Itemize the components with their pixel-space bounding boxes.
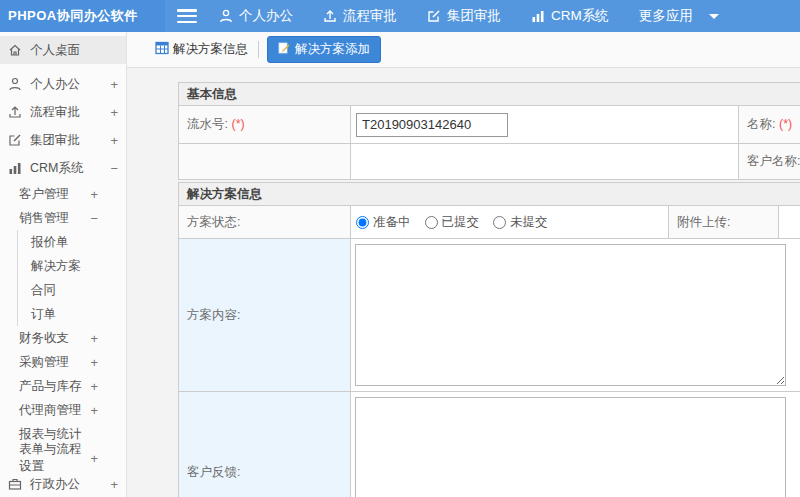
sidebar-item-label: 解决方案 bbox=[31, 258, 81, 275]
sidebar-item-label: 销售管理 bbox=[19, 210, 69, 227]
sidebar-item-contract[interactable]: 合同 bbox=[17, 278, 126, 302]
sidebar-item-desktop[interactable]: 个人桌面 bbox=[0, 36, 126, 64]
expand-icon[interactable]: + bbox=[90, 379, 98, 394]
sidebar-item-finance[interactable]: 财务收支 + bbox=[0, 326, 126, 350]
sidebar-item-label: 个人桌面 bbox=[30, 42, 80, 59]
section-title-basic: 基本信息 bbox=[179, 83, 800, 106]
nav-label: 流程审批 bbox=[343, 7, 397, 25]
nav-crm-system[interactable]: CRM系统 bbox=[531, 7, 609, 25]
sidebar-item-label: 代理商管理 bbox=[19, 402, 82, 419]
expand-icon[interactable]: + bbox=[110, 477, 118, 492]
nav-label: 个人办公 bbox=[239, 7, 293, 25]
tab-label: 解决方案信息 bbox=[173, 41, 248, 58]
radio-option-preparing[interactable]: 准备中 bbox=[356, 214, 411, 231]
tab-bar: 解决方案信息 解决方案添加 bbox=[127, 32, 800, 68]
upload-icon bbox=[323, 9, 337, 23]
sidebar-item-crm-system[interactable]: CRM系统 − bbox=[0, 154, 126, 182]
nav-more-apps[interactable]: 更多应用 bbox=[639, 7, 693, 25]
topbar: PHPOA协同办公软件 个人办公 流程审批 集团审批 bbox=[0, 0, 800, 32]
sidebar-item-customer-mgmt[interactable]: 客户管理 + bbox=[0, 182, 126, 206]
sidebar-item-order[interactable]: 订单 bbox=[17, 302, 126, 326]
expand-icon[interactable]: + bbox=[90, 451, 98, 466]
customer-name-label: 客户名称: (*) bbox=[739, 144, 800, 180]
app-window: PHPOA协同办公软件 个人办公 流程审批 集团审批 bbox=[0, 0, 800, 497]
sidebar-item-label: 表单与流程设置 bbox=[19, 441, 90, 475]
edit-square-icon bbox=[427, 9, 441, 23]
collapse-icon[interactable]: − bbox=[90, 211, 98, 226]
serial-label: 流水号: (*) bbox=[179, 106, 351, 144]
sidebar-item-label: 集团审批 bbox=[30, 132, 80, 149]
nav-personal-office[interactable]: 个人办公 bbox=[219, 7, 293, 25]
solution-content-textarea[interactable] bbox=[355, 244, 786, 386]
empty-label-cell bbox=[179, 144, 351, 180]
nav-label: CRM系统 bbox=[551, 7, 609, 25]
sidebar-item-quotation[interactable]: 报价单 bbox=[17, 230, 126, 254]
person-icon bbox=[219, 9, 233, 23]
sidebar-item-form-flow-settings[interactable]: 表单与流程设置 + bbox=[0, 446, 126, 470]
section-title-solution: 解决方案信息 bbox=[179, 183, 800, 206]
sidebar-item-group-approval[interactable]: 集团审批 + bbox=[0, 126, 126, 154]
sidebar-item-label: 合同 bbox=[31, 282, 56, 299]
person-icon bbox=[8, 77, 23, 91]
menu-toggle-icon[interactable] bbox=[177, 9, 197, 23]
status-label: 方案状态: bbox=[179, 206, 351, 239]
sidebar-item-label: 个人办公 bbox=[30, 76, 80, 93]
nav-flow-approval[interactable]: 流程审批 bbox=[323, 7, 397, 25]
sidebar-item-label: 流程审批 bbox=[30, 104, 80, 121]
sidebar-item-label: 订单 bbox=[31, 306, 56, 323]
content-label: 方案内容: bbox=[179, 239, 351, 392]
expand-icon[interactable]: + bbox=[110, 105, 118, 120]
nav-group-approval[interactable]: 集团审批 bbox=[427, 7, 501, 25]
edit-page-icon bbox=[278, 42, 290, 57]
table-icon bbox=[155, 41, 169, 58]
tab-solution-info[interactable]: 解决方案信息 bbox=[155, 41, 259, 58]
nav-label: 集团审批 bbox=[447, 7, 501, 25]
caret-down-icon[interactable] bbox=[709, 14, 719, 19]
radio-option-submitted[interactable]: 已提交 bbox=[425, 214, 480, 231]
feedback-label: 客户反馈: bbox=[179, 392, 351, 497]
solution-info-table: 解决方案信息 方案状态: 准备中 已提交 bbox=[178, 182, 800, 497]
attachment-label: 附件上传: bbox=[669, 206, 779, 239]
sidebar-item-label: CRM系统 bbox=[30, 160, 83, 177]
sidebar-item-label: 报价单 bbox=[31, 234, 69, 251]
nav-label: 更多应用 bbox=[639, 7, 693, 25]
radio-input[interactable] bbox=[425, 216, 438, 229]
briefcase-icon bbox=[8, 477, 23, 491]
expand-icon[interactable]: + bbox=[110, 77, 118, 92]
radio-label: 未提交 bbox=[510, 214, 548, 231]
empty-field-cell bbox=[351, 144, 739, 180]
required-mark: (*) bbox=[779, 117, 792, 131]
radio-label: 已提交 bbox=[442, 214, 480, 231]
tab-solution-add[interactable]: 解决方案添加 bbox=[267, 36, 381, 63]
expand-icon[interactable]: + bbox=[90, 331, 98, 346]
sidebar-item-agent-mgmt[interactable]: 代理商管理 + bbox=[0, 398, 126, 422]
sidebar-item-purchase[interactable]: 采购管理 + bbox=[0, 350, 126, 374]
serial-input[interactable] bbox=[356, 113, 508, 137]
expand-icon[interactable]: + bbox=[90, 187, 98, 202]
bar-chart-icon bbox=[8, 161, 23, 175]
sidebar-item-label: 行政办公 bbox=[30, 476, 80, 493]
attachment-field-cell bbox=[779, 206, 800, 239]
sidebar-item-personal-office[interactable]: 个人办公 + bbox=[0, 70, 126, 98]
sidebar: 个人桌面 个人办公 + 流程审批 + 集团审批 bbox=[0, 32, 127, 497]
sidebar-item-sales-mgmt[interactable]: 销售管理 − bbox=[0, 206, 126, 230]
sidebar-item-label: 财务收支 bbox=[19, 330, 69, 347]
expand-icon[interactable]: + bbox=[90, 403, 98, 418]
sidebar-item-product-stock[interactable]: 产品与库存 + bbox=[0, 374, 126, 398]
form-content: 基本信息 流水号: (*) 名称: (*) bbox=[127, 68, 800, 497]
top-navigation: 个人办公 流程审批 集团审批 CRM系统 更多应用 bbox=[219, 7, 719, 25]
customer-feedback-textarea[interactable] bbox=[355, 397, 786, 497]
sidebar-item-solution[interactable]: 解决方案 bbox=[17, 254, 126, 278]
radio-option-unsubmitted[interactable]: 未提交 bbox=[493, 214, 548, 231]
sidebar-item-label: 采购管理 bbox=[19, 354, 69, 371]
required-mark: (*) bbox=[231, 117, 244, 131]
basic-info-table: 基本信息 流水号: (*) 名称: (*) bbox=[178, 82, 800, 180]
expand-icon[interactable]: + bbox=[110, 133, 118, 148]
collapse-icon[interactable]: − bbox=[110, 161, 118, 176]
expand-icon[interactable]: + bbox=[90, 355, 98, 370]
sidebar-item-flow-approval[interactable]: 流程审批 + bbox=[0, 98, 126, 126]
radio-input[interactable] bbox=[356, 216, 369, 229]
sidebar-item-label: 报表与统计 bbox=[19, 426, 82, 443]
radio-input[interactable] bbox=[493, 216, 506, 229]
upload-icon bbox=[8, 105, 23, 119]
